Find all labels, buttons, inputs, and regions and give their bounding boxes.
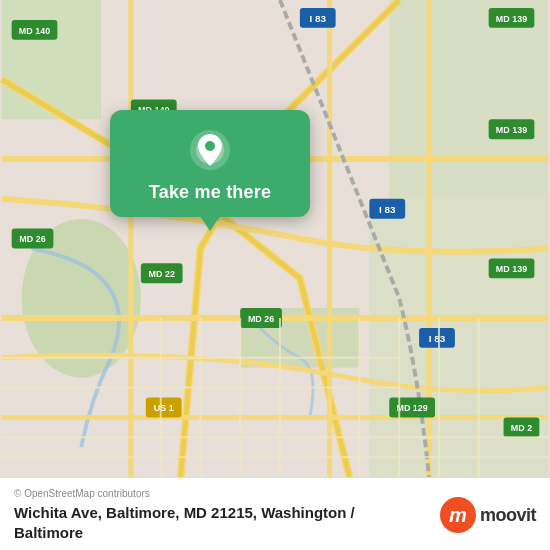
svg-text:MD 26: MD 26: [248, 314, 274, 324]
svg-text:US 1: US 1: [154, 403, 174, 413]
svg-text:MD 139: MD 139: [496, 125, 527, 135]
svg-point-54: [205, 141, 215, 151]
address-block: © OpenStreetMap contributors Wichita Ave…: [14, 488, 355, 542]
moovit-icon: m: [440, 497, 476, 533]
moovit-m-letter: m: [449, 505, 467, 525]
popup-label: Take me there: [149, 182, 271, 203]
app: I 83 I 83 I 83 MD 140 MD 140 MD 139 MD 1…: [0, 0, 550, 550]
svg-text:I 83: I 83: [309, 13, 326, 24]
svg-text:I 83: I 83: [429, 333, 446, 344]
map-svg: I 83 I 83 I 83 MD 140 MD 140 MD 139 MD 1…: [0, 0, 550, 477]
svg-rect-1: [2, 0, 101, 119]
moovit-logo: m moovit: [440, 497, 536, 533]
svg-text:MD 140: MD 140: [19, 26, 50, 36]
svg-rect-2: [389, 0, 548, 199]
svg-text:I 83: I 83: [379, 204, 396, 215]
moovit-text: moovit: [480, 505, 536, 526]
address-text: Wichita Ave, Baltimore, MD 21215, Washin…: [14, 503, 355, 542]
popup-card[interactable]: Take me there: [110, 110, 310, 217]
svg-text:MD 139: MD 139: [496, 14, 527, 24]
svg-text:MD 22: MD 22: [149, 269, 175, 279]
bottom-bar: © OpenStreetMap contributors Wichita Ave…: [0, 477, 550, 550]
map-container: I 83 I 83 I 83 MD 140 MD 140 MD 139 MD 1…: [0, 0, 550, 477]
svg-text:MD 139: MD 139: [496, 264, 527, 274]
svg-text:MD 26: MD 26: [19, 234, 45, 244]
svg-text:MD 129: MD 129: [396, 403, 427, 413]
location-pin-icon: [188, 128, 232, 172]
svg-text:MD 2: MD 2: [511, 423, 532, 433]
osm-credit: © OpenStreetMap contributors: [14, 488, 355, 499]
